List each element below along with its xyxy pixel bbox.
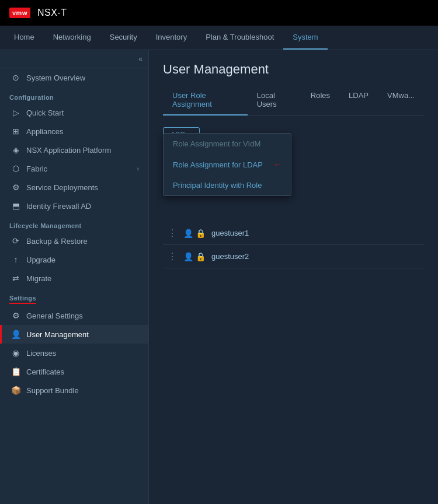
sidebar-item-quick-start[interactable]: ▷ Quick Start: [0, 103, 148, 122]
sidebar-item-general-settings[interactable]: ⚙ General Settings: [0, 306, 148, 325]
sidebar-item-user-management[interactable]: 👤 User Management: [0, 325, 148, 344]
sidebar-label-appliances: Appliances: [26, 127, 64, 136]
user-icons: 👤 🔒: [183, 229, 206, 238]
vmware-logo: vmw: [9, 8, 30, 18]
user-management-icon: 👤: [11, 330, 20, 339]
sidebar-item-appliances[interactable]: ⊞ Appliances: [0, 122, 148, 141]
settings-label-text: Settings: [9, 295, 36, 304]
tab-user-role-assignment[interactable]: User Role Assignment: [163, 86, 248, 116]
dropdown-label-ldap: Role Assignment for LDAP: [173, 160, 263, 169]
dropdown-item-vidm[interactable]: Role Assignment for VIdM: [164, 134, 291, 154]
system-overview-icon: ⊙: [11, 73, 20, 82]
lock-icon: 🔒: [196, 252, 206, 261]
sidebar-item-fabric[interactable]: ⬡ Fabric ›: [0, 159, 148, 178]
backup-restore-icon: ⟳: [11, 236, 20, 246]
service-deployments-icon: ⚙: [11, 183, 20, 192]
sidebar-section-settings: Settings: [0, 288, 148, 306]
nav-plan-troubleshoot[interactable]: Plan & Troubleshoot: [196, 26, 283, 50]
dropdown-item-principal-identity[interactable]: Principal Identity with Role: [164, 175, 291, 195]
sidebar: « ⊙ System Overview Configuration ▷ Quic…: [0, 50, 149, 504]
sidebar-item-nsx-app-platform[interactable]: ◈ NSX Application Platform: [0, 141, 148, 159]
sidebar-label-support-bundle: Support Bundle: [26, 386, 79, 395]
user-icons: 👤 🔒: [183, 252, 206, 261]
nsx-app-platform-icon: ◈: [11, 145, 20, 155]
add-dropdown-menu: Role Assignment for VIdM Role Assignment…: [163, 133, 291, 196]
sidebar-label-fabric: Fabric: [26, 164, 47, 173]
lock-icon: 🔒: [196, 229, 206, 238]
user-list: ⋮ 👤 🔒 guestuser1 ⋮ 👤 🔒 guestuser2: [163, 222, 424, 268]
username-label: guestuser2: [211, 252, 249, 261]
upgrade-icon: ↑: [11, 255, 20, 264]
tabs-bar: User Role Assignment Local Users Roles L…: [163, 86, 424, 116]
user-icon: 👤: [183, 252, 193, 261]
table-row: ⋮ 👤 🔒 guestuser1: [163, 222, 424, 245]
sidebar-label-identity-firewall-ad: Identity Firewall AD: [26, 202, 91, 211]
nav-security[interactable]: Security: [100, 26, 147, 50]
username-label: guestuser1: [211, 229, 249, 237]
sidebar-label-migrate: Migrate: [26, 274, 51, 283]
sidebar-label-nsx-app-platform: NSX Application Platform: [26, 146, 111, 155]
sidebar-item-certificates[interactable]: 📋 Certificates: [0, 362, 148, 381]
tab-roles[interactable]: Roles: [301, 86, 339, 116]
sidebar-item-licenses[interactable]: ◉ Licenses: [0, 344, 148, 362]
tab-local-users[interactable]: Local Users: [248, 86, 301, 116]
nav-home[interactable]: Home: [5, 26, 44, 50]
nav-networking[interactable]: Networking: [44, 26, 100, 50]
tab-ldap[interactable]: LDAP: [339, 86, 378, 116]
certificates-icon: 📋: [11, 367, 20, 376]
sidebar-item-migrate[interactable]: ⇄ Migrate: [0, 269, 148, 288]
sidebar-item-backup-restore[interactable]: ⟳ Backup & Restore: [0, 232, 148, 250]
nav-bar: Home Networking Security Inventory Plan …: [0, 26, 438, 50]
main-content: User Management User Role Assignment Loc…: [149, 50, 438, 504]
fabric-chevron-icon: ›: [137, 165, 139, 172]
sidebar-item-identity-firewall-ad[interactable]: ⬒ Identity Firewall AD: [0, 197, 148, 215]
sidebar-label-certificates: Certificates: [26, 368, 64, 376]
quick-start-icon: ▷: [11, 108, 20, 117]
sidebar-label-general-settings: General Settings: [26, 312, 83, 320]
general-settings-icon: ⚙: [11, 311, 20, 320]
sidebar-item-system-overview[interactable]: ⊙ System Overview: [0, 68, 148, 87]
sidebar-label-upgrade: Upgrade: [26, 256, 55, 264]
top-bar: vmw NSX-T: [0, 0, 438, 26]
migrate-icon: ⇄: [11, 274, 20, 283]
sidebar-item-support-bundle[interactable]: 📦 Support Bundle: [0, 381, 148, 400]
licenses-icon: ◉: [11, 348, 20, 358]
sidebar-label-user-management: User Management: [26, 330, 89, 339]
sidebar-label-licenses: Licenses: [26, 349, 56, 358]
sidebar-label-backup-restore: Backup & Restore: [26, 237, 88, 246]
sidebar-label-quick-start: Quick Start: [26, 108, 64, 117]
fabric-icon: ⬡: [11, 164, 20, 173]
main-layout: « ⊙ System Overview Configuration ▷ Quic…: [0, 50, 438, 504]
user-icon: 👤: [183, 229, 193, 238]
nav-inventory[interactable]: Inventory: [147, 26, 196, 50]
identity-firewall-ad-icon: ⬒: [11, 201, 20, 211]
sidebar-label-service-deployments: Service Deployments: [26, 183, 98, 192]
page-title: User Management: [163, 62, 424, 77]
sidebar-section-configuration: Configuration: [0, 87, 148, 103]
appliances-icon: ⊞: [11, 127, 20, 136]
sidebar-label-system-overview: System Overview: [26, 74, 85, 82]
sidebar-item-service-deployments[interactable]: ⚙ Service Deployments: [0, 178, 148, 197]
dropdown-arrow-icon: ←: [273, 160, 281, 169]
collapse-button[interactable]: «: [138, 55, 142, 63]
table-row: ⋮ 👤 🔒 guestuser2: [163, 245, 424, 268]
sidebar-section-lifecycle: Lifecycle Management: [0, 215, 148, 232]
row-context-menu-dots[interactable]: ⋮: [168, 228, 178, 239]
support-bundle-icon: 📦: [11, 386, 20, 395]
row-context-menu-dots[interactable]: ⋮: [168, 251, 178, 262]
tab-vmware[interactable]: VMwa...: [378, 86, 424, 116]
nav-system[interactable]: System: [283, 26, 327, 50]
dropdown-item-ldap[interactable]: Role Assignment for LDAP ←: [164, 154, 291, 175]
sidebar-item-upgrade[interactable]: ↑ Upgrade: [0, 250, 148, 269]
app-title: NSX-T: [37, 8, 67, 18]
sidebar-collapse-area: «: [0, 50, 148, 68]
